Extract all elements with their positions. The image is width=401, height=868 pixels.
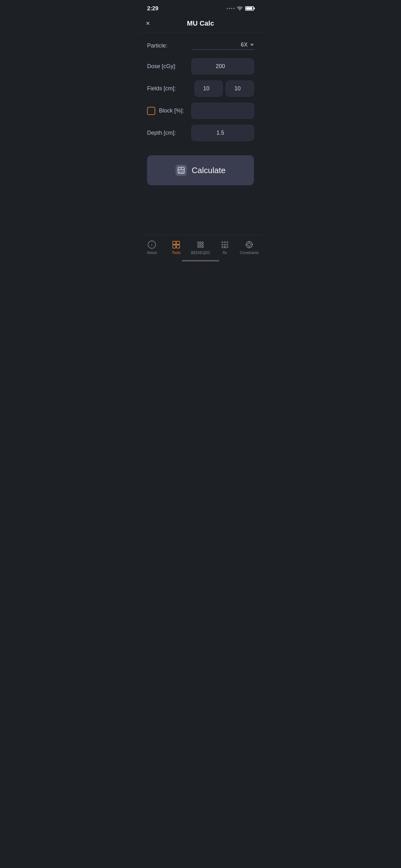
svg-point-23 [200,246,201,248]
signal-icon [227,8,235,9]
particle-row: Particle: 6X [147,41,254,51]
svg-rect-9 [182,172,183,173]
svg-point-17 [200,242,201,243]
svg-point-25 [222,242,223,243]
svg-point-22 [198,246,199,248]
svg-rect-13 [176,241,179,244]
svg-rect-6 [182,170,183,171]
status-time: 2:29 [147,5,158,12]
dose-input[interactable] [192,58,254,74]
field1-input[interactable] [195,81,223,97]
status-icons [227,6,254,11]
tools-icon [172,240,180,249]
svg-point-18 [202,242,204,243]
svg-rect-7 [179,172,180,173]
block-input[interactable] [192,103,254,119]
block-label-group: Block [%]: [147,107,184,115]
particle-label: Particle: [147,42,167,49]
nav-item-bed[interactable]: BED/EQD2 [191,240,211,255]
rx-icon [221,240,229,249]
bottom-nav: i About Tools [140,235,261,257]
depth-input[interactable] [192,125,254,141]
particle-select[interactable]: 6X [192,41,254,50]
chevron-down-icon [250,44,254,46]
svg-rect-5 [180,170,181,171]
svg-point-24 [202,246,204,248]
nav-item-about[interactable]: i About [142,240,162,255]
nav-item-constraints[interactable]: Constraints [239,240,260,255]
svg-point-36 [248,243,251,246]
wifi-icon [237,6,243,11]
block-label: Block [%]: [159,107,184,114]
status-bar: 2:29 [140,0,261,16]
depth-label: Depth [cm]: [147,130,176,136]
svg-text:i: i [152,243,153,247]
svg-point-20 [200,244,201,246]
block-row: Block [%]: [147,103,254,119]
svg-point-29 [224,244,226,245]
svg-rect-4 [179,170,180,171]
svg-point-0 [239,10,240,10]
battery-icon [245,6,254,11]
nav-label-rx: Rx [223,251,227,255]
dose-label: Dose [cGy]: [147,63,176,70]
app-header: × MU Calc [140,16,261,33]
form-content: Particle: 6X Dose [cGy]: Fields [cm]: Bl… [140,33,261,235]
about-icon: i [147,240,156,249]
home-bar [182,260,219,261]
svg-rect-15 [176,245,179,248]
calculate-label: Calculate [192,165,226,175]
svg-rect-14 [173,245,176,248]
svg-rect-12 [173,241,176,244]
svg-point-16 [198,242,199,243]
calculator-icon [175,165,187,176]
nav-label-about: About [147,251,157,255]
block-checkbox[interactable] [147,107,155,115]
nav-label-tools: Tools [172,251,180,255]
fields-label: Fields [cm]: [147,85,176,92]
svg-point-31 [222,247,223,248]
svg-point-21 [202,244,204,246]
depth-row: Depth [cm]: [147,125,254,141]
nav-label-constraints: Constraints [240,251,259,255]
page-title: MU Calc [187,19,214,28]
nav-label-bed: BED/EQD2 [191,251,210,255]
svg-rect-8 [180,172,181,173]
svg-point-26 [224,242,226,243]
particle-value: 6X [241,41,248,48]
dose-row: Dose [cGy]: [147,58,254,74]
svg-point-19 [198,244,199,246]
home-indicator [140,257,261,264]
svg-point-32 [227,247,228,248]
calculate-button[interactable]: Calculate [147,155,254,185]
nav-item-tools[interactable]: Tools [166,240,187,255]
field2-input[interactable] [226,81,254,97]
svg-point-28 [222,244,223,245]
fields-inputs [195,81,254,97]
svg-point-27 [227,242,228,243]
nav-item-rx[interactable]: Rx [215,240,235,255]
fields-row: Fields [cm]: [147,81,254,97]
bed-icon [196,240,205,249]
constraints-icon [245,240,254,249]
close-button[interactable]: × [146,20,150,27]
svg-point-30 [227,244,228,245]
